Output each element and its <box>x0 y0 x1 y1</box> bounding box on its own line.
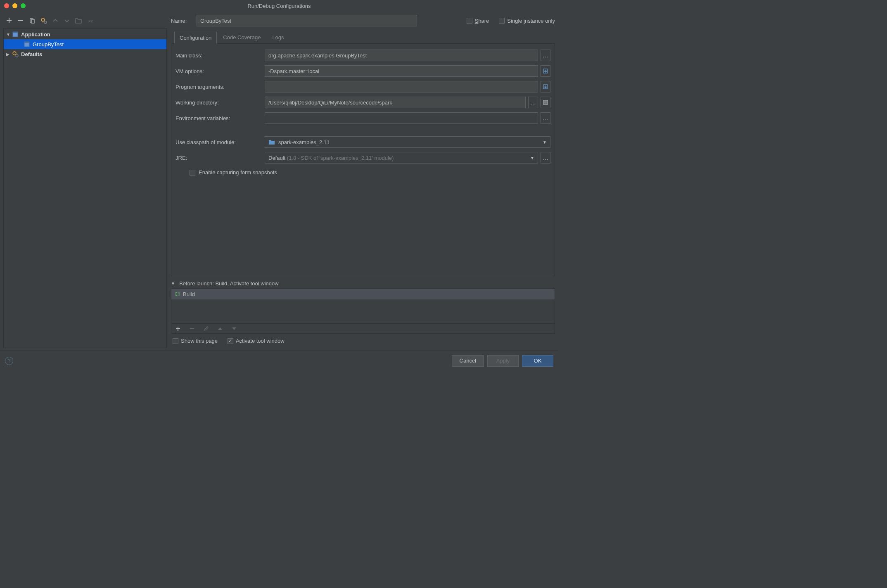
tree-node-label: Application <box>21 31 50 38</box>
svg-rect-1 <box>31 19 34 23</box>
list-item-label: Build <box>183 291 195 297</box>
window-title: Run/Debug Configurations <box>0 3 558 9</box>
application-icon <box>12 31 19 38</box>
edit-defaults-button[interactable] <box>40 17 48 25</box>
insert-path-macro-button[interactable] <box>541 97 550 108</box>
checkbox-icon <box>173 338 178 344</box>
program-arguments-label: Program arguments: <box>176 84 262 90</box>
checkbox-label: Show this page <box>181 338 218 344</box>
expand-arrow-icon[interactable] <box>6 32 12 37</box>
collapse-arrow-icon[interactable] <box>6 52 12 57</box>
svg-rect-7 <box>24 42 29 43</box>
titlebar: Run/Debug Configurations <box>0 0 558 12</box>
chevron-down-icon: ▼ <box>543 140 547 145</box>
svg-point-9 <box>16 55 18 57</box>
chevron-down-icon: ▼ <box>530 156 534 160</box>
apply-button[interactable]: Apply <box>487 355 519 367</box>
svg-rect-5 <box>13 32 18 33</box>
remove-task-button[interactable] <box>188 325 196 333</box>
right-panel: Name: Share Single instance only Configu… <box>170 15 555 348</box>
expand-vm-options-button[interactable] <box>541 65 550 77</box>
working-directory-input[interactable] <box>265 97 526 108</box>
browse-working-directory-button[interactable]: … <box>528 97 538 108</box>
list-item[interactable]: 0110 Build <box>171 289 555 299</box>
name-label: Name: <box>171 18 191 24</box>
help-button[interactable]: ? <box>5 357 13 365</box>
tab-configuration[interactable]: Configuration <box>174 32 217 44</box>
folder-icon[interactable] <box>74 17 83 25</box>
before-launch-toolbar <box>171 324 555 334</box>
configurations-tree[interactable]: Application GroupByTest Defaults <box>3 28 167 348</box>
svg-point-2 <box>41 18 45 21</box>
checkbox-label: Single instance only <box>507 18 555 24</box>
checkbox-label: Share <box>475 18 489 24</box>
main-class-label: Main class: <box>176 52 262 59</box>
remove-configuration-button[interactable] <box>17 17 25 25</box>
checkbox-icon <box>467 18 472 24</box>
activate-tool-window-checkbox[interactable]: Activate tool window <box>228 338 285 344</box>
before-launch-section: Before launch: Build, Activate tool wind… <box>171 279 555 348</box>
configuration-tabpane: Main class: … VM options: Program argume… <box>171 44 555 276</box>
expand-program-arguments-button[interactable] <box>541 81 550 92</box>
name-input[interactable] <box>197 15 417 26</box>
edit-environment-variables-button[interactable]: … <box>541 112 550 124</box>
copy-configuration-button[interactable] <box>28 17 36 25</box>
run-config-icon <box>24 41 30 47</box>
module-folder-icon <box>268 139 275 145</box>
enable-snapshots-checkbox[interactable] <box>190 170 195 175</box>
svg-point-8 <box>13 52 16 55</box>
jre-label: JRE: <box>176 155 262 161</box>
vm-options-input[interactable] <box>265 65 538 77</box>
jre-detail: (1.8 - SDK of 'spark-examples_2.11' modu… <box>287 155 394 161</box>
environment-variables-label: Environment variables: <box>176 115 262 121</box>
checkbox-label: Activate tool window <box>236 338 285 344</box>
build-icon: 0110 <box>175 291 180 297</box>
tab-code-coverage[interactable]: Code Coverage <box>218 31 266 43</box>
tree-node-defaults[interactable]: Defaults <box>4 49 166 59</box>
tree-node-application[interactable]: Application <box>4 29 166 39</box>
tab-logs[interactable]: Logs <box>267 31 289 43</box>
working-directory-label: Working directory: <box>176 100 262 106</box>
checkbox-icon <box>499 18 505 24</box>
browse-main-class-button[interactable]: … <box>541 50 550 61</box>
show-this-page-checkbox[interactable]: Show this page <box>173 338 218 344</box>
enable-snapshots-label: Enable capturing form snapshots <box>199 169 277 175</box>
expand-arrow-icon[interactable] <box>171 281 177 286</box>
edit-task-button[interactable] <box>202 325 210 333</box>
tree-node-label: Defaults <box>21 51 42 57</box>
section-header-label: Before launch: Build, Activate tool wind… <box>179 280 279 287</box>
add-task-button[interactable] <box>174 325 182 333</box>
defaults-icon <box>12 51 19 57</box>
tree-node-groupbytest[interactable]: GroupByTest <box>4 39 166 49</box>
tree-node-label: GroupByTest <box>33 41 64 47</box>
single-instance-checkbox[interactable]: Single instance only <box>499 18 555 24</box>
classpath-module-label: Use classpath of module: <box>176 139 262 145</box>
vm-options-label: VM options: <box>176 68 262 74</box>
footer: ? Cancel Apply OK <box>0 351 558 370</box>
svg-text:10: 10 <box>178 294 180 296</box>
program-arguments-input[interactable] <box>265 81 538 92</box>
move-down-button[interactable] <box>63 17 71 25</box>
ok-button[interactable]: OK <box>522 355 553 367</box>
task-move-down-button[interactable] <box>230 325 238 333</box>
tab-bar: Configuration Code Coverage Logs <box>171 31 555 44</box>
classpath-module-select[interactable]: spark-examples_2.11 ▼ <box>265 136 550 148</box>
move-up-button[interactable] <box>51 17 59 25</box>
sort-alpha-button[interactable]: ↓az <box>86 17 94 25</box>
before-launch-list[interactable]: 0110 Build <box>171 288 555 324</box>
jre-select[interactable]: Default (1.8 - SDK of 'spark-examples_2.… <box>265 152 538 164</box>
main-class-input[interactable] <box>265 50 538 61</box>
left-panel: ↓az Application GroupByTest <box>3 15 167 348</box>
left-toolbar: ↓az <box>3 15 167 28</box>
cancel-button[interactable]: Cancel <box>452 355 484 367</box>
jre-main: Default <box>268 155 287 161</box>
environment-variables-input[interactable] <box>265 112 538 124</box>
select-value: spark-examples_2.11 <box>278 139 330 145</box>
add-configuration-button[interactable] <box>5 17 13 25</box>
checkbox-icon <box>228 338 233 344</box>
share-checkbox[interactable]: Share <box>467 18 489 24</box>
browse-jre-button[interactable]: … <box>541 152 550 164</box>
task-move-up-button[interactable] <box>216 325 224 333</box>
